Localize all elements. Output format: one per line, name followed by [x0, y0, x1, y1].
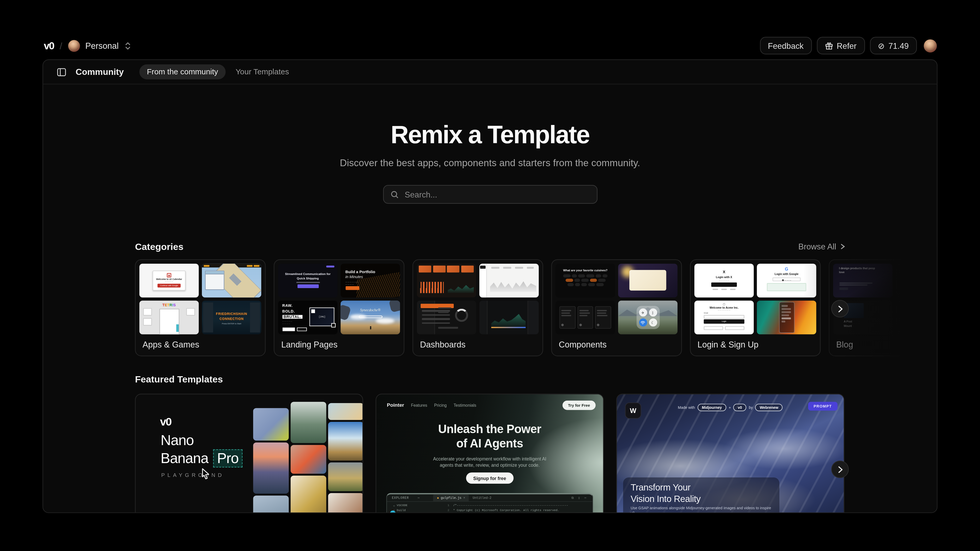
community-header-bar: Community From the community Your Templa… — [43, 60, 937, 84]
category-card-components[interactable]: What are your favorite cuisines? — [551, 259, 682, 356]
topbar-left: v0 / Personal — [44, 37, 131, 54]
chevron-right-icon — [837, 305, 843, 312]
thumb-admin-dashboard — [417, 301, 476, 334]
hero-subtitle: Discover the best apps, components and s… — [43, 158, 937, 169]
nano-title-line1: Nano — [161, 432, 194, 449]
user-avatar[interactable] — [924, 39, 937, 52]
pointer-subtitle-line2: agents that write, review, and optimize … — [376, 463, 603, 469]
thumb-login-x: X Login with X — — — — — — [694, 264, 754, 298]
prompt-button: PROMPT — [808, 402, 838, 411]
thumb-energy-dashboard — [417, 264, 476, 298]
category-label: Components — [558, 340, 677, 349]
pointer-title-line1: Unleash the Power — [376, 422, 603, 436]
workspace-name[interactable]: Personal — [85, 41, 119, 50]
workspace-switcher-icon[interactable] — [125, 41, 131, 49]
pointer-code-editor: EXPLORER ⋯ ◆gulpfile.js× Untitled-2 ⧉ ▯ … — [386, 493, 593, 513]
categories-heading: Categories — [135, 241, 183, 252]
webrenew-hero-overlay: Transform Your Vision Into Reality Use G… — [623, 478, 780, 513]
featured-next-button[interactable] — [831, 460, 849, 478]
pointer-nav-features: Features — [411, 403, 427, 408]
featured-header: Featured Templates — [135, 374, 223, 385]
thumb-control-center: ✈ ᛒ ☾ — [618, 301, 678, 334]
nano-title-line2: Banana — [161, 450, 208, 467]
v0-community-page: v0 / Personal Feedback Refer ⊘ 71.49 — [0, 0, 980, 551]
category-card-landing-pages[interactable]: Streamlined Communication for Quick Ship… — [274, 259, 404, 356]
pointer-signup-button: Signup for free — [466, 473, 514, 484]
thumb-synecdoche-landing: Synecdoche® — [340, 301, 400, 334]
editor-explorer-label: EXPLORER — [392, 496, 409, 500]
pointer-try-free-button: Try for Free — [562, 400, 595, 410]
wifi-icon — [639, 318, 647, 326]
moon-icon: ☾ — [649, 318, 657, 326]
page-title: Community — [76, 67, 124, 77]
featured-card-pointer[interactable]: Pointer Features Pricing Testimonials Tr… — [376, 394, 604, 513]
carousel-fade — [843, 248, 937, 369]
tab-your-templates[interactable]: Your Templates — [235, 68, 289, 76]
nano-pro-highlight: Pro — [213, 449, 242, 467]
thumb-testimonials — [556, 301, 615, 334]
search-box[interactable] — [383, 185, 597, 204]
thumb-gradient-card — [618, 264, 678, 298]
editor-tab-gulpfile: ◆gulpfile.js× — [433, 494, 469, 501]
tab-from-the-community[interactable]: From the community — [139, 64, 226, 79]
refer-label: Refer — [837, 41, 857, 50]
calendar-google-button: Continue with Google — [158, 283, 181, 287]
category-card-dashboards[interactable]: Dashboards — [412, 259, 543, 356]
thumb-tetris-game: TETRIS — [139, 301, 199, 334]
webrenew-title-line2: Vision Into Reality — [631, 493, 772, 504]
bluetooth-icon: ᛒ — [649, 308, 657, 317]
pointer-title-line2: of AI Agents — [376, 436, 603, 451]
gift-icon — [825, 41, 833, 49]
categories-header: Categories Browse All — [135, 241, 846, 252]
credits-icon: ⊘ — [878, 41, 885, 50]
webrenew-pill: Webrenew — [755, 404, 783, 411]
workspace-avatar[interactable] — [68, 40, 80, 52]
search-input[interactable] — [403, 189, 590, 200]
browse-all-link[interactable]: Browse All — [799, 242, 846, 251]
nano-tagline: PLAYGROUND — [161, 472, 224, 478]
thumb-overview-dashboard — [479, 301, 539, 334]
cursor-icon — [200, 468, 211, 479]
categories-carousel: ▣ Welcome to v0 Calendar — — — — Continu… — [135, 259, 937, 356]
editor-tab-untitled: Untitled-2 — [473, 496, 492, 500]
made-with-label: Made with — [678, 406, 695, 409]
pointer-nav-pricing: Pricing — [434, 403, 447, 408]
hero: Remix a Template Discover the best apps,… — [43, 121, 937, 204]
search-icon — [390, 190, 398, 198]
browse-all-label: Browse All — [799, 242, 836, 251]
pointer-nav-testimonials: Testimonials — [453, 403, 476, 408]
credits-button[interactable]: ⊘ 71.49 — [870, 37, 917, 54]
thumb-brutalist-landing: RAW. BOLD. BRUTAL. — — — — —— — — — [IMG… — [278, 301, 337, 334]
airplane-icon: ✈ — [639, 308, 647, 317]
webrenew-title-line1: Transform Your — [631, 482, 772, 493]
featured-card-webrenew[interactable]: W Made with Midjourney + v0 by Webrenew … — [616, 394, 844, 513]
thumb-login-google: G Login with Google — — — — — — — ⬤ — — … — [757, 264, 816, 298]
category-card-apps-games[interactable]: ▣ Welcome to v0 Calendar — — — — Continu… — [135, 259, 266, 356]
v0-logo-icon[interactable]: v0 — [44, 40, 54, 52]
pointer-brand: Pointer — [387, 403, 404, 408]
nano-photo-grid — [253, 394, 363, 513]
thumb-acme-login: ▢ Welcome to Acme Inc. — — — — — — Email… — [694, 301, 754, 334]
feedback-button[interactable]: Feedback — [760, 37, 812, 54]
category-card-login-signup[interactable]: X Login with X — — — — — G Login with Go… — [690, 259, 821, 356]
webrenew-subtitle-line1: Use GSAP animations alongside Midjourney… — [631, 506, 772, 513]
calendar-title: Welcome to v0 Calendar — [153, 278, 185, 280]
featured-heading: Featured Templates — [135, 374, 223, 384]
categories-next-button[interactable] — [831, 300, 849, 317]
webrenew-logo: W — [625, 403, 641, 419]
category-label: Landing Pages — [281, 340, 400, 349]
thumb-cuisine-picker: What are your favorite cuisines? — [556, 264, 615, 298]
sidebar-toggle-icon[interactable] — [57, 67, 66, 77]
refer-button[interactable]: Refer — [817, 37, 865, 54]
thumb-isometric-game — [202, 264, 261, 298]
midjourney-pill: Midjourney — [697, 404, 726, 411]
v0-logo-icon: v0 — [160, 416, 171, 428]
thumb-saas-landing: Streamlined Communication for Quick Ship… — [278, 264, 337, 298]
v0-pill: v0 — [733, 404, 746, 411]
thumb-calendar-app: ▣ Welcome to v0 Calendar — — — — Continu… — [139, 264, 199, 298]
featured-card-nano-banana[interactable]: v0 Nano Banana Pro PLAYGROUND — [135, 394, 363, 513]
pointer-subtitle-line1: Accelerate your development workflow wit… — [376, 456, 603, 463]
feedback-label: Feedback — [768, 41, 803, 50]
thumb-portfolio-landing: Build a Portfolio in Minutes — — — — — —… — [340, 264, 400, 298]
hero-title: Remix a Template — [43, 121, 937, 149]
